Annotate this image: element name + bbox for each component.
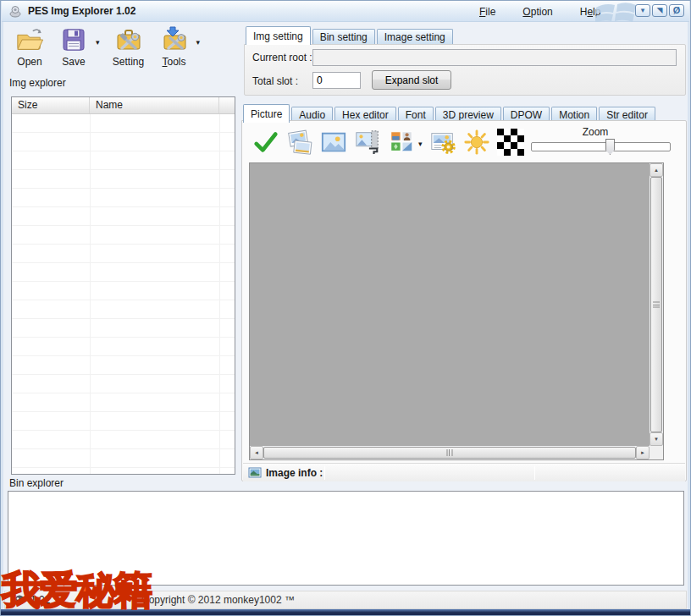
horizontal-scroll-thumb[interactable] [263, 447, 636, 459]
list-body[interactable] [12, 114, 235, 474]
check-icon [252, 129, 279, 156]
thumbnail-dropdown-arrow[interactable]: ▾ [418, 140, 423, 148]
img-setting-panel: Current root : Total slot : Expand slot [244, 44, 686, 96]
current-root-input[interactable] [312, 49, 677, 66]
setting-tabstrip: Img setting Bin setting Image setting [246, 26, 455, 45]
grid-line [219, 114, 220, 474]
img-explorer-list[interactable]: Size Name [11, 96, 235, 475]
save-label: Save [62, 56, 85, 68]
maximize-button[interactable]: ◥ [652, 4, 667, 17]
status-copyright: Copyright © 2012 monkey1002 ™ [133, 594, 295, 606]
image-info-label: Image info : [266, 467, 323, 479]
picture-icon [320, 129, 347, 156]
tab-image-setting[interactable]: Image setting [377, 29, 453, 45]
save-dropdown-arrow[interactable]: ▾ [96, 38, 100, 47]
setting-toolbox-icon [114, 26, 143, 53]
menubar: File Option Help [476, 1, 604, 22]
view-image-button[interactable] [318, 127, 349, 157]
transparency-button[interactable] [495, 127, 526, 157]
tools-button[interactable]: Tools [152, 25, 196, 68]
checkerboard-icon [497, 129, 524, 156]
scroll-left-button[interactable]: ◄ [250, 446, 263, 459]
crop-image-button[interactable] [352, 127, 383, 157]
scroll-right-button[interactable]: ► [636, 446, 650, 459]
windows-flag-decoration [594, 1, 640, 22]
bin-explorer-label: Bin explorer [9, 477, 64, 489]
tools-dropdown-arrow[interactable]: ▾ [196, 38, 201, 47]
open-folder-icon [15, 26, 44, 53]
tab-img-setting[interactable]: Img setting [246, 26, 311, 45]
image-preview-area: ▲ ▼ ◄ ► [249, 162, 664, 460]
watermark-text: 我爱秘籍 [2, 569, 151, 612]
image-settings-button[interactable] [428, 127, 458, 157]
titlebar[interactable]: PES Img Explorer 1.02 File Option Help ▾… [2, 1, 689, 22]
setting-button[interactable]: Setting [105, 25, 152, 68]
column-header-name[interactable]: Name [90, 97, 219, 113]
zoom-label: Zoom [540, 126, 650, 138]
thumb-grip [447, 449, 453, 456]
save-button[interactable]: Save [52, 25, 96, 68]
picture-toolbar: ▾ [251, 127, 526, 157]
setting-label: Setting [113, 56, 144, 68]
photo-stack-icon [286, 129, 313, 156]
vertical-scrollbar[interactable]: ▲ ▼ [650, 163, 663, 446]
image-gear-icon [429, 129, 456, 156]
image-preview-canvas[interactable] [250, 163, 650, 446]
vertical-scroll-thumb[interactable] [650, 177, 662, 432]
tools-toolbox-icon [160, 26, 189, 53]
sun-icon [463, 129, 490, 156]
list-header: Size Name [12, 97, 235, 114]
crop-icon [354, 129, 381, 156]
close-button[interactable]: Ø [669, 4, 684, 17]
thumbnail-grid-icon [388, 129, 415, 156]
strip-separator [324, 466, 325, 480]
total-slot-label: Total slot : [252, 75, 298, 87]
main-toolbar: Open Save ▾ Setting [8, 25, 205, 74]
app-icon [8, 4, 22, 18]
save-floppy-icon [59, 26, 88, 53]
brightness-button[interactable] [462, 127, 492, 157]
column-header-size[interactable]: Size [12, 97, 90, 113]
img-explorer-label: Img explorer [9, 77, 66, 89]
strip-separator [534, 466, 535, 480]
app-window: PES Img Explorer 1.02 File Option Help ▾… [0, 0, 691, 616]
image-info-icon [248, 466, 262, 480]
open-button[interactable]: Open [8, 25, 52, 68]
thumb-grip [653, 302, 660, 308]
zoom-slider-thumb[interactable] [605, 139, 615, 155]
window-controls: ▾ ◥ Ø [635, 4, 684, 17]
menu-file[interactable]: File [476, 4, 499, 19]
photo-stack-button[interactable] [285, 127, 315, 157]
apply-check-button[interactable] [251, 127, 281, 157]
scroll-down-button[interactable]: ▼ [650, 432, 663, 446]
scrollbar-corner [650, 446, 663, 459]
zoom-slider[interactable] [531, 142, 671, 151]
tab-picture[interactable]: Picture [243, 104, 290, 123]
image-info-strip: Image info : [243, 463, 685, 481]
scroll-up-button[interactable]: ▲ [650, 163, 663, 177]
expand-slot-button[interactable]: Expand slot [372, 70, 451, 90]
open-label: Open [17, 56, 41, 68]
menu-option[interactable]: Option [519, 4, 556, 19]
total-slot-input[interactable] [312, 72, 361, 89]
picture-tab-panel: ▾ [241, 120, 687, 481]
window-title: PES Img Explorer 1.02 [28, 5, 135, 17]
tools-label: Tools [163, 56, 186, 68]
current-root-label: Current root : [252, 52, 312, 63]
thumbnail-grid-button[interactable] [386, 127, 417, 157]
horizontal-scrollbar[interactable]: ◄ ► [250, 446, 663, 459]
column-header-extra[interactable] [219, 97, 235, 113]
grid-line [90, 114, 91, 474]
minimize-button[interactable]: ▾ [635, 4, 650, 17]
tab-bin-setting[interactable]: Bin setting [312, 29, 375, 45]
